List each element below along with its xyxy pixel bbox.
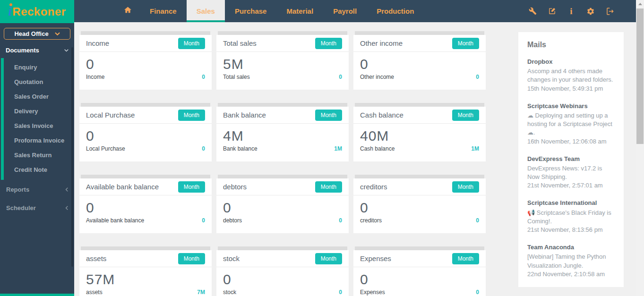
sidebar-item-sales-invoice[interactable]: Sales Invoice <box>0 118 74 133</box>
card-sub-value: 7M <box>197 289 205 296</box>
mail-item-devexpress-team[interactable]: DevExpress TeamDevExpress News: v17.2 is… <box>527 155 615 190</box>
sidebar-scrollbar[interactable] <box>71 47 73 267</box>
sign-out-icon[interactable] <box>606 7 614 16</box>
card-top-strip <box>355 103 484 107</box>
tab-purchase[interactable]: Purchase <box>225 0 277 22</box>
card-content: 40MCash balance1M <box>353 124 486 152</box>
month-button[interactable]: Month <box>315 110 342 121</box>
tab-material[interactable]: Material <box>276 0 323 22</box>
mail-item-scriptcase-international[interactable]: Scriptcase International📢 Scriptcase's B… <box>527 199 615 234</box>
card-body-creditors: creditorsMonth0creditors0 <box>353 178 486 233</box>
card-value: 0 <box>223 200 342 216</box>
info-icon[interactable]: i <box>567 7 575 16</box>
card-top-strip <box>81 246 210 250</box>
card-other-income: Other incomeMonth0Other income0 <box>353 31 486 90</box>
card-title: Cash balance <box>360 111 404 119</box>
card-content: 0Expenses0 <box>353 267 486 296</box>
card-value: 57M <box>86 271 205 288</box>
card-sub-value: 0 <box>476 217 479 224</box>
mail-item-dropbox[interactable]: DropboxAscomp and 4 others made changes … <box>527 58 615 93</box>
mail-sender: Scriptcase International <box>527 199 615 207</box>
app-logo: iReckoner <box>0 0 74 23</box>
month-button[interactable]: Month <box>178 253 205 264</box>
topbar-actions: i <box>528 0 636 22</box>
month-button[interactable]: Month <box>178 38 205 49</box>
mail-time: 21st November, 8:13:56 pm <box>527 226 615 234</box>
chevron-left-icon <box>65 187 68 192</box>
month-button[interactable]: Month <box>452 181 479 193</box>
month-button[interactable]: Month <box>315 253 342 264</box>
month-button[interactable]: Month <box>315 38 342 49</box>
sidebar-section-reports[interactable]: Reports <box>0 181 74 198</box>
month-button[interactable]: Month <box>452 38 479 49</box>
gear-icon[interactable] <box>586 7 595 16</box>
reports-label: Reports <box>6 186 29 193</box>
card-header: Cash balanceMonth <box>353 107 486 124</box>
card-footer: Expenses0 <box>360 289 479 296</box>
scrollbar-thumb[interactable] <box>636 8 644 144</box>
scrollbar-up-arrow[interactable] <box>636 0 644 8</box>
branch-selector[interactable]: Head Office <box>4 28 70 40</box>
card-content: 0Other income0 <box>353 52 486 80</box>
card-title: Income <box>86 39 109 47</box>
sidebar-section-documents[interactable]: Documents <box>0 42 74 58</box>
card-value: 4M <box>223 128 342 144</box>
sidebar-section-scheduler[interactable]: Scheduler <box>0 199 74 217</box>
card-title: Total sales <box>223 39 257 47</box>
card-sub-value: 0 <box>476 74 479 80</box>
nav-home[interactable] <box>116 0 140 22</box>
month-button[interactable]: Month <box>452 110 479 121</box>
card-content: 4MBank balance1M <box>216 124 349 152</box>
card-top-strip <box>355 246 484 250</box>
card-content: 0Income0 <box>79 52 212 80</box>
tab-sales[interactable]: Sales <box>187 0 225 22</box>
nav-tabs: FinanceSalesPurchaseMaterialPayrollProdu… <box>140 0 424 22</box>
card-sub-value: 0 <box>202 74 205 80</box>
card-label: Income <box>86 74 104 80</box>
mail-sender: Scriptcase Webinars <box>527 102 615 110</box>
sidebar: iReckoner Head Office Documents EnquiryQ… <box>0 0 74 296</box>
tab-payroll[interactable]: Payroll <box>323 0 367 22</box>
sidebar-item-delivery[interactable]: Delivery <box>0 104 74 118</box>
month-button[interactable]: Month <box>452 253 479 264</box>
sidebar-item-credit-note[interactable]: Credit Note <box>0 162 74 177</box>
card-top-strip <box>218 175 347 178</box>
mail-time: 15th November, 5:49:31 pm <box>527 85 615 93</box>
month-button[interactable]: Month <box>178 181 205 193</box>
sidebar-item-sales-return[interactable]: Sales Return <box>0 148 74 162</box>
month-button[interactable]: Month <box>315 181 342 193</box>
month-button[interactable]: Month <box>178 110 205 121</box>
sidebar-item-enquiry[interactable]: Enquiry <box>0 60 74 75</box>
card-footer: creditors0 <box>360 217 479 224</box>
mail-item-scriptcase-webinars[interactable]: Scriptcase Webinars☁ Deploying and setti… <box>527 102 615 146</box>
mail-body: [Webinar] Taming the Python Visualizatio… <box>527 253 615 270</box>
card-body-total-sales: Total salesMonth5MTotal sales0 <box>216 35 349 90</box>
mail-item-team-anaconda[interactable]: Team Anaconda[Webinar] Taming the Python… <box>527 243 615 279</box>
mail-body: 📢 Scriptcase's Black Friday is Coming!. <box>527 209 615 226</box>
tab-production[interactable]: Production <box>367 0 424 22</box>
card-label: Bank balance <box>223 145 258 152</box>
card-top-strip <box>81 103 210 107</box>
sidebar-item-sales-order[interactable]: Sales Order <box>0 89 74 104</box>
card-header: creditorsMonth <box>353 178 486 195</box>
card-label: Cash balance <box>360 145 395 152</box>
card-debtors: debtorsMonth0debtors0 <box>216 175 349 233</box>
card-expenses: ExpensesMonth0Expenses0 <box>353 246 486 296</box>
card-content: 0stock0 <box>216 267 349 296</box>
page-scrollbar <box>636 0 644 296</box>
sidebar-item-quotation[interactable]: Quotation <box>0 75 74 89</box>
card-body-available-bank-balance: Available bank balanceMonth0Available ba… <box>79 178 212 233</box>
card-value: 0 <box>360 271 479 288</box>
logo-rest: Reckoner <box>12 5 66 18</box>
wrench-icon[interactable] <box>528 7 537 16</box>
card-footer: stock0 <box>223 289 342 296</box>
card-footer: Available bank balance0 <box>86 217 205 224</box>
mail-body: DevExpress News: v17.2 is Now Shipping. <box>527 164 615 181</box>
sidebar-item-proforma-invoice[interactable]: Proforma Invoice <box>0 133 74 148</box>
card-body-cash-balance: Cash balanceMonth40MCash balance1M <box>353 107 486 161</box>
tab-finance[interactable]: Finance <box>140 0 187 22</box>
card-body-other-income: Other incomeMonth0Other income0 <box>353 35 486 90</box>
mail-body: ☁ Deploying and setting up a hosting for… <box>527 111 615 137</box>
card-header: IncomeMonth <box>79 35 212 52</box>
edit-icon[interactable] <box>548 7 556 16</box>
